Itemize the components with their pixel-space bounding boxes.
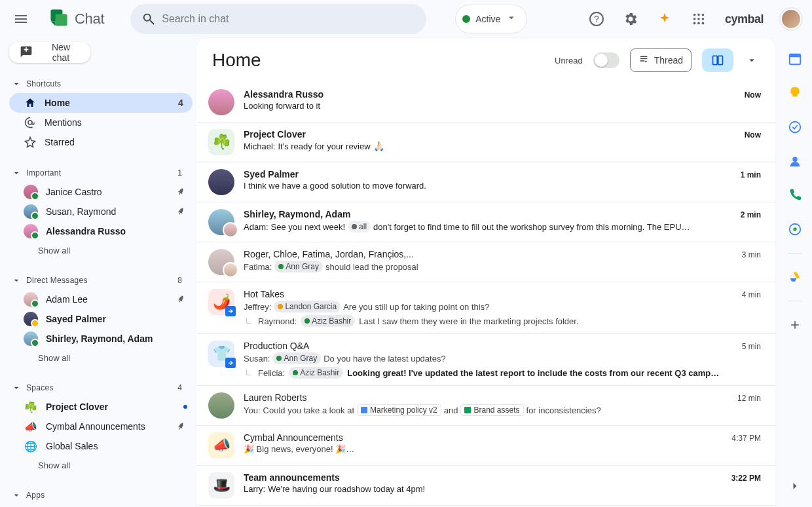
rail-keep[interactable]	[782, 80, 808, 106]
mention-chip: Landon Garcia	[274, 301, 341, 312]
section-title: Direct Messages	[26, 276, 88, 285]
rail-calendar[interactable]	[782, 46, 808, 72]
show-all-direct[interactable]: Show all	[9, 348, 193, 367]
svg-point-9	[693, 22, 696, 25]
settings-button[interactable]	[616, 5, 645, 33]
search-input[interactable]	[162, 13, 421, 25]
main-area: New chat Shortcuts Home 4 Mentions Starr…	[0, 38, 812, 507]
chevron-down-icon	[10, 274, 22, 286]
rail-tasks[interactable]	[782, 114, 808, 140]
thread-row[interactable]: Roger, Chloe, Fatima, Jordan, Françios,.…	[196, 242, 775, 282]
rail-app-extra[interactable]	[782, 216, 808, 242]
svg-point-8	[702, 18, 705, 20]
sidebar-item-home[interactable]: Home 4	[9, 93, 193, 113]
mention-dot-icon	[278, 304, 283, 309]
section-spaces: Spaces 4 ☘️ Project Clover 📣 Cymbal Anno…	[9, 379, 193, 474]
section-header-important[interactable]: Important 1	[9, 164, 193, 182]
sidebar-item-susan-raymond[interactable]: Susan, Raymond	[9, 202, 193, 221]
status-pill[interactable]: Active	[455, 5, 527, 33]
snippet-text: Last I saw them they were in the marketi…	[359, 316, 578, 326]
svg-point-4	[697, 14, 700, 16]
section-header-direct[interactable]: Direct Messages 8	[9, 271, 193, 290]
section-title: Apps	[26, 491, 45, 500]
new-chat-icon	[20, 45, 33, 60]
account-avatar[interactable]	[781, 9, 802, 29]
thread-time: Now	[745, 130, 761, 140]
sidebar-item-starred[interactable]: Starred	[9, 132, 193, 152]
rail-contacts[interactable]	[782, 148, 808, 174]
thread-row[interactable]: 🌶️ Hot Takes 4 min Jeffrey: Landon Garci…	[196, 282, 775, 334]
thread-row[interactable]: 📣 Cymbal Announcements 4:37 PM 🎉 Big new…	[196, 426, 775, 466]
unread-toggle[interactable]	[593, 52, 619, 68]
snippet-text: Looking great! I've updated the latest r…	[347, 368, 719, 378]
thread-title: Alessandra Russo	[244, 89, 323, 100]
snippet-author: Adam:	[244, 222, 268, 232]
pane-header: Home Unread Thread	[196, 38, 775, 83]
mention-chip: Ann Gray	[272, 352, 321, 364]
svg-point-6	[693, 18, 696, 20]
section-header-spaces[interactable]: Spaces 4	[9, 379, 193, 397]
svg-point-5	[702, 14, 705, 16]
thread-time: 1 min	[741, 170, 761, 179]
org-logo: cymbal	[718, 12, 770, 26]
thread-snippet: 🎉 Big news, everyone! 🎉…	[244, 444, 761, 454]
sidebar-item-mentions[interactable]: Mentions	[9, 113, 193, 132]
app-logo[interactable]: Chat	[42, 6, 109, 32]
view-toggle[interactable]	[702, 48, 733, 72]
show-all-spaces[interactable]: Show all	[9, 456, 193, 474]
section-count: 4	[177, 383, 193, 392]
sidebar-item-adam-lee[interactable]: Adam Lee	[9, 290, 193, 309]
mention-dot-icon	[304, 318, 310, 324]
help-button[interactable]: ?	[582, 5, 611, 33]
side-rail	[778, 38, 812, 507]
sidebar-item-alessandra[interactable]: Alessandra Russo	[9, 221, 193, 241]
sidebar-item-google-drive[interactable]: Google Drive App	[9, 504, 193, 507]
rail-add[interactable]	[782, 312, 808, 338]
thread-title: Roger, Chloe, Fatima, Jordan, Françios,.…	[244, 249, 414, 259]
rail-voice[interactable]	[782, 182, 808, 208]
thread-title: Cymbal Announcements	[244, 432, 343, 443]
sidebar-item-cymbal-ann[interactable]: 📣 Cymbal Announcements	[9, 417, 193, 436]
view-caret[interactable]	[744, 48, 760, 72]
thread-time: 5 min	[742, 342, 761, 351]
snippet-text: don't forget to find time to fill out th…	[373, 222, 690, 232]
thread-list[interactable]: Alessandra Russo Now Looking forward to …	[196, 83, 775, 507]
search-bar[interactable]	[130, 4, 426, 34]
sidebar-item-janice[interactable]: Janice Castro	[9, 182, 193, 202]
thread-row[interactable]: 👕 Production Q&A 5 min Susan: Ann Gray D…	[196, 334, 775, 386]
rail-collapse-button[interactable]	[784, 476, 805, 497]
external-badge-icon	[225, 306, 236, 316]
avatar-icon	[24, 185, 38, 199]
sidebar-item-sayed-palmer[interactable]: Sayed Palmer	[9, 309, 193, 329]
sidebar-item-global-sales[interactable]: 🌐 Global Sales	[9, 436, 193, 456]
svg-rect-15	[790, 54, 801, 58]
rail-drive[interactable]	[782, 264, 808, 290]
search-icon	[136, 6, 162, 32]
status-active-icon	[462, 15, 470, 23]
thread-row[interactable]: 🎩 Team announcements 3:22 PM Larry: We'r…	[196, 466, 775, 506]
new-chat-button[interactable]: New chat	[9, 42, 90, 63]
svg-point-11	[702, 22, 705, 25]
thread-row[interactable]: Shirley, Raymond, Adam 2 min Adam: See y…	[196, 202, 775, 242]
snippet-author: Larry:	[244, 484, 265, 494]
thread-row[interactable]: Syed Palmer 1 min I think we have a good…	[196, 162, 775, 202]
show-all-important[interactable]: Show all	[9, 241, 193, 259]
sidebar-item-shirley-group[interactable]: Shirley, Raymond, Adam	[9, 329, 193, 348]
section-header-shortcuts[interactable]: Shortcuts	[9, 75, 193, 93]
gemini-button[interactable]	[650, 5, 679, 33]
thread-row[interactable]: Lauren Roberts 12 min You: Could you tak…	[196, 386, 775, 426]
section-header-apps[interactable]: Apps	[9, 486, 193, 504]
sidebar-item-label: Starred	[45, 137, 187, 147]
thread-filter-chip[interactable]: Thread	[630, 48, 692, 72]
main-menu-button[interactable]	[5, 3, 37, 35]
space-emoji-icon: 📣	[24, 419, 38, 434]
thread-row[interactable]: ☘️ Project Clover Now Michael: It's read…	[196, 122, 775, 162]
apps-grid-button[interactable]	[684, 5, 713, 33]
thread-title: Syed Palmer	[244, 169, 299, 179]
sidebar-item-project-clover[interactable]: ☘️ Project Clover	[9, 397, 193, 417]
pin-icon	[173, 204, 189, 219]
thread-row[interactable]: Alessandra Russo Now Looking forward to …	[196, 83, 775, 122]
section-title: Shortcuts	[26, 79, 61, 88]
sidebar-item-label: Adam Lee	[46, 294, 166, 305]
reply-indent-icon	[244, 368, 254, 377]
